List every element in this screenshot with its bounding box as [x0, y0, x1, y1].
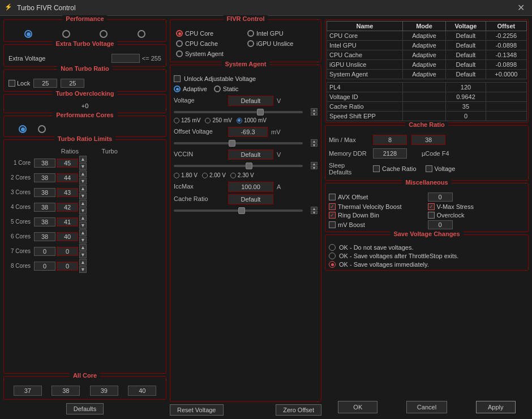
- trl-turbo-input[interactable]: [57, 203, 78, 212]
- trl-up-btn[interactable]: ▲: [79, 170, 87, 177]
- tvb-checkbox[interactable]: [329, 203, 336, 210]
- mv-boost-checkbox[interactable]: [329, 221, 336, 228]
- offset-slider[interactable]: ▲ ▼: [174, 139, 318, 147]
- cache-ratio-slider[interactable]: ▲ ▼: [174, 207, 318, 215]
- vmax-checkbox[interactable]: [428, 203, 435, 210]
- overclock-checkbox[interactable]: [428, 212, 435, 219]
- fivr-system-agent[interactable]: System Agent: [176, 50, 315, 57]
- perf-radio-0[interactable]: [24, 30, 32, 38]
- slider-thumb-3[interactable]: [246, 163, 252, 169]
- trl-down-btn[interactable]: ▼: [79, 251, 87, 258]
- trl-up-btn[interactable]: ▲: [79, 259, 87, 266]
- trl-down-btn[interactable]: ▼: [79, 222, 87, 229]
- vcc-slider[interactable]: ▲ ▼: [174, 162, 318, 170]
- vcc-range-180v[interactable]: 1.80 V: [174, 172, 198, 178]
- all-core-val-2[interactable]: [90, 386, 118, 396]
- cr-max-input[interactable]: [411, 135, 445, 145]
- slider-down-4[interactable]: ▼: [311, 211, 318, 214]
- vcc-range-200v[interactable]: 2.00 V: [202, 172, 226, 178]
- trl-up-btn[interactable]: ▲: [79, 229, 87, 236]
- voltage-input[interactable]: [228, 96, 273, 106]
- fivr-system-agent-radio[interactable]: [176, 50, 183, 57]
- static-radio-item[interactable]: Static: [214, 85, 239, 92]
- zero-offset-button[interactable]: Zero Offset: [276, 404, 321, 416]
- perf-radio-1[interactable]: [62, 30, 70, 38]
- vcc-input[interactable]: [228, 149, 273, 160]
- slider-up-3[interactable]: ▲: [311, 162, 318, 165]
- static-radio[interactable]: [214, 85, 221, 92]
- slider-down-2[interactable]: ▼: [311, 143, 318, 147]
- trl-ratio-input[interactable]: [34, 173, 55, 182]
- avx-checkbox[interactable]: [329, 194, 336, 200]
- trl-ratio-input[interactable]: [34, 247, 55, 256]
- lock-checkbox[interactable]: Lock: [8, 80, 30, 87]
- adaptive-radio[interactable]: [174, 85, 181, 92]
- fivr-intel-gpu[interactable]: Intel GPU: [247, 30, 315, 37]
- defaults-button[interactable]: Defaults: [66, 403, 104, 414]
- range-250mv-radio[interactable]: [205, 118, 211, 123]
- trl-up-btn[interactable]: ▲: [79, 244, 87, 251]
- trl-ratio-input[interactable]: [34, 262, 55, 271]
- slider-up-4[interactable]: ▲: [311, 207, 318, 210]
- trl-ratio-input[interactable]: [34, 232, 55, 241]
- trl-turbo-input[interactable]: [57, 262, 78, 271]
- trl-up-btn[interactable]: ▲: [79, 156, 87, 163]
- cr-cache-checkbox[interactable]: [373, 165, 380, 172]
- range-1000mv-radio[interactable]: [237, 118, 242, 123]
- extra-voltage-input[interactable]: [111, 54, 140, 63]
- perf-cores-radio-0[interactable]: [19, 125, 27, 133]
- trl-ratio-input[interactable]: [34, 159, 55, 168]
- svc-radio-0[interactable]: [329, 244, 336, 251]
- slider-thumb-4[interactable]: [238, 207, 245, 214]
- slider-thumb-1[interactable]: [257, 109, 264, 116]
- slider-up-2[interactable]: ▲: [311, 139, 318, 143]
- slider-up-1[interactable]: ▲: [311, 108, 318, 112]
- svc-option-2[interactable]: OK - Save voltages immediately.: [329, 261, 525, 268]
- vcc-range-230v[interactable]: 2.30 V: [230, 172, 254, 178]
- vcc-range-200v-radio[interactable]: [202, 173, 208, 178]
- lock-cb-box[interactable]: [8, 80, 15, 87]
- avx-input[interactable]: [428, 193, 453, 202]
- svc-option-0[interactable]: OK - Do not save voltages.: [329, 244, 525, 251]
- perf-radio-2[interactable]: [100, 30, 108, 38]
- fivr-igpu-unslice-radio[interactable]: [247, 40, 254, 47]
- trl-down-btn[interactable]: ▼: [79, 266, 87, 273]
- range-1000mv[interactable]: 1000 mV: [237, 117, 267, 123]
- range-125mv[interactable]: 125 mV: [174, 117, 200, 123]
- cr-voltage-checkbox[interactable]: [426, 165, 432, 172]
- fivr-cpu-cache-radio[interactable]: [176, 40, 183, 47]
- svc-option-1[interactable]: OK - Save voltages after ThrottleStop ex…: [329, 253, 525, 259]
- trl-turbo-input[interactable]: [57, 173, 78, 182]
- trl-turbo-input[interactable]: [57, 217, 78, 226]
- cr-memddr-input[interactable]: [373, 148, 407, 159]
- ntr-val2[interactable]: [61, 79, 84, 88]
- cache-ratio-middle-input[interactable]: [228, 194, 273, 204]
- trl-up-btn[interactable]: ▲: [79, 215, 87, 221]
- vcc-range-180v-radio[interactable]: [174, 173, 179, 178]
- svc-radio-2[interactable]: [329, 261, 336, 268]
- cr-min-input[interactable]: [373, 135, 407, 145]
- trl-down-btn[interactable]: ▼: [79, 237, 87, 243]
- trl-turbo-input[interactable]: [57, 188, 78, 197]
- vcc-range-230v-radio[interactable]: [230, 173, 236, 178]
- slider-thumb-2[interactable]: [229, 140, 235, 147]
- slider-down-1[interactable]: ▼: [311, 112, 318, 116]
- perf-cores-radio-1[interactable]: [38, 125, 46, 133]
- fivr-cpu-cache[interactable]: CPU Cache: [176, 40, 244, 47]
- trl-ratio-input[interactable]: [34, 203, 55, 212]
- trl-down-btn[interactable]: ▼: [79, 207, 87, 214]
- trl-turbo-input[interactable]: [57, 232, 78, 241]
- apply-button[interactable]: Apply: [476, 401, 516, 413]
- fivr-intel-gpu-radio[interactable]: [247, 30, 254, 37]
- cancel-button[interactable]: Cancel: [406, 401, 447, 413]
- adaptive-radio-item[interactable]: Adaptive: [174, 85, 207, 92]
- range-125mv-radio[interactable]: [174, 118, 179, 123]
- all-core-val-0[interactable]: [14, 386, 42, 396]
- mv-boost-input[interactable]: [428, 220, 453, 229]
- svc-radio-1[interactable]: [329, 253, 336, 259]
- range-250mv[interactable]: 250 mV: [205, 117, 231, 123]
- all-core-val-3[interactable]: [128, 386, 156, 396]
- voltage-slider[interactable]: ▲ ▼: [174, 108, 318, 116]
- cr-voltage-check[interactable]: Voltage: [426, 165, 456, 172]
- unlock-checkbox[interactable]: [174, 75, 181, 82]
